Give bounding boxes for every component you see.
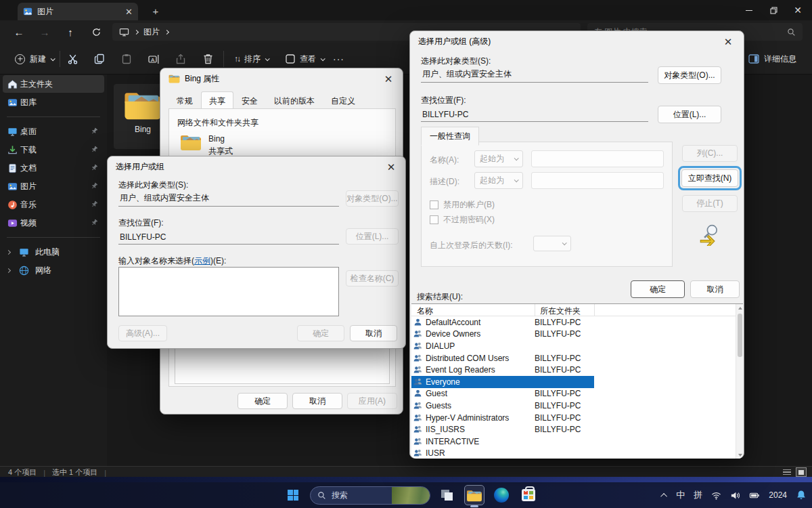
cut-button[interactable]: [62, 49, 83, 69]
back-button[interactable]: ←: [9, 22, 28, 41]
sidebar-item-documents[interactable]: 文档: [3, 159, 104, 177]
new-button[interactable]: 新建: [9, 49, 60, 69]
result-row[interactable]: IUSR: [411, 448, 594, 459]
ok-button[interactable]: 确定: [631, 280, 685, 298]
object-types-button[interactable]: 对象类型(O)...: [658, 66, 721, 84]
details-view-toggle[interactable]: [782, 468, 792, 476]
ok-button[interactable]: 确定: [238, 393, 288, 409]
non-expiring-password-checkbox[interactable]: 不过期密码(X): [430, 214, 495, 226]
result-row[interactable]: Hyper-V Administrators BILLYFU-PC: [411, 412, 594, 424]
common-queries-tab[interactable]: 一般性查询: [421, 127, 479, 146]
up-button[interactable]: ↑: [61, 22, 80, 41]
object-names-input[interactable]: [118, 267, 339, 316]
result-row[interactable]: Everyone: [411, 376, 594, 388]
new-tab-button[interactable]: +: [148, 3, 164, 18]
sidebar-item-videos[interactable]: 视频: [3, 214, 104, 232]
wifi-icon[interactable]: [711, 490, 721, 501]
notification-bell-icon[interactable]: [796, 490, 807, 501]
taskbar-edge[interactable]: [491, 485, 512, 505]
columns-button[interactable]: 列(C)...: [682, 145, 738, 162]
delete-button[interactable]: [198, 49, 218, 69]
result-row[interactable]: INTERACTIVE: [411, 436, 594, 448]
sidebar-item-downloads[interactable]: 下载: [3, 141, 104, 158]
more-options-button[interactable]: ···: [328, 49, 350, 69]
taskbar-file-explorer[interactable]: [464, 485, 484, 505]
thumbnail-view-toggle[interactable]: [796, 467, 807, 477]
advanced-button[interactable]: 高级(A)...: [118, 325, 167, 341]
breadcrumb-pictures[interactable]: 图片: [143, 26, 160, 38]
find-now-button[interactable]: 立即查找(N): [681, 169, 738, 187]
dialog-title: Bing 属性: [185, 73, 219, 85]
taskbar-search-input[interactable]: 搜索: [310, 486, 430, 505]
column-folder[interactable]: 所在文件夹: [540, 305, 581, 317]
tab-close-icon[interactable]: ✕: [125, 7, 133, 17]
ime-language[interactable]: 中: [676, 489, 685, 501]
name-query-input[interactable]: [531, 150, 664, 167]
share-button[interactable]: [171, 49, 191, 69]
battery-icon[interactable]: [749, 490, 760, 501]
cancel-button[interactable]: 取消: [292, 393, 342, 409]
sidebar-item-this-pc[interactable]: 此电脑: [3, 243, 104, 261]
close-dialog-button[interactable]: ✕: [381, 72, 396, 86]
view-button[interactable]: 查看: [280, 49, 330, 69]
refresh-button[interactable]: [87, 22, 106, 41]
bing-daily-image[interactable]: [392, 486, 430, 505]
result-row[interactable]: IIS_IUSRS BILLYFU-PC: [411, 423, 594, 436]
description-query-input[interactable]: [531, 172, 664, 189]
ok-button[interactable]: 确定: [297, 325, 344, 341]
expand-chevron-icon[interactable]: [6, 268, 11, 272]
result-row[interactable]: DefaultAccount BILLYFU-PC: [411, 316, 594, 329]
object-types-button[interactable]: 对象类型(O)...: [346, 190, 399, 207]
close-dialog-button[interactable]: ✕: [384, 161, 399, 174]
minimize-button[interactable]: [738, 0, 761, 20]
results-scrollbar[interactable]: [736, 304, 743, 459]
explorer-tab-pictures[interactable]: 图片 ✕: [18, 3, 138, 20]
common-queries-panel: 名称(A): 起始为 描述(D): 起始为 禁用的帐户(B) 不过期密码(X) …: [421, 142, 673, 267]
check-names-button[interactable]: 检查名称(C): [346, 270, 399, 287]
location-label: 查找位置(F):: [118, 217, 164, 229]
result-row[interactable]: DIALUP: [411, 340, 594, 352]
days-since-logon-dropdown[interactable]: [533, 236, 571, 251]
apply-button[interactable]: 应用(A): [347, 393, 397, 409]
details-pane-button[interactable]: 详细信息: [743, 49, 802, 69]
result-row[interactable]: Guest BILLYFU-PC: [411, 388, 594, 400]
locations-button[interactable]: 位置(L)...: [658, 106, 721, 123]
sidebar-item-gallery[interactable]: 图库: [3, 93, 104, 111]
stop-button[interactable]: 停止(T): [682, 195, 738, 212]
result-row[interactable]: Distributed COM Users BILLYFU-PC: [411, 352, 594, 364]
hidden-icons-chevron[interactable]: [660, 492, 667, 499]
rename-button[interactable]: A: [143, 49, 164, 69]
expand-chevron-icon[interactable]: [6, 249, 11, 254]
close-dialog-button[interactable]: ✕: [721, 35, 736, 49]
copy-button[interactable]: [89, 49, 110, 69]
cancel-button[interactable]: 取消: [350, 325, 397, 341]
sidebar-item-desktop[interactable]: 桌面: [3, 123, 104, 140]
sort-button[interactable]: ↑↓ 排序: [229, 49, 274, 69]
clock[interactable]: 2024: [769, 491, 787, 499]
ime-mode[interactable]: 拼: [694, 489, 702, 501]
paste-button[interactable]: [116, 49, 137, 69]
column-name[interactable]: 名称: [417, 305, 433, 317]
description-condition-dropdown[interactable]: 起始为: [474, 172, 523, 189]
task-view-button[interactable]: [437, 485, 457, 505]
start-button[interactable]: [283, 485, 303, 505]
close-window-button[interactable]: ✕: [786, 0, 809, 20]
sidebar-item-pictures[interactable]: 图片: [3, 177, 104, 195]
cancel-button[interactable]: 取消: [690, 280, 740, 298]
result-row[interactable]: Device Owners BILLYFU-PC: [411, 329, 594, 341]
forward-button[interactable]: →: [35, 22, 54, 41]
folder-icon: [123, 89, 162, 121]
result-row[interactable]: Guests BILLYFU-PC: [411, 400, 594, 412]
result-row[interactable]: Event Log Readers BILLYFU-PC: [411, 364, 594, 376]
sidebar-item-network[interactable]: 网络: [3, 261, 104, 279]
disabled-accounts-checkbox[interactable]: 禁用的帐户(B): [430, 199, 495, 211]
examples-link[interactable]: 示例: [194, 256, 210, 266]
sidebar-item-home[interactable]: 主文件夹: [3, 75, 104, 93]
name-condition-dropdown[interactable]: 起始为: [474, 150, 523, 167]
music-icon: [7, 200, 18, 210]
locations-button[interactable]: 位置(L)...: [346, 228, 399, 245]
speaker-icon[interactable]: [730, 490, 740, 501]
taskbar-store[interactable]: [518, 485, 539, 505]
sidebar-item-music[interactable]: 音乐: [3, 196, 104, 213]
restore-button[interactable]: [762, 0, 785, 20]
